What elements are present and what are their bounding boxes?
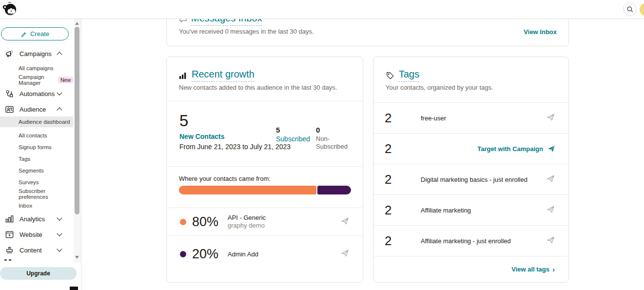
new-contacts-count: 5 (179, 112, 188, 130)
chevron-down-icon (57, 215, 62, 220)
tag-count: 2 (385, 111, 404, 126)
send-campaign-icon[interactable] (341, 249, 349, 259)
send-campaign-icon[interactable] (546, 113, 555, 123)
tag-row[interactable]: 2 Affiliate marketing - just enrolled (373, 225, 568, 256)
contact-sources-bar (179, 186, 351, 194)
recent-growth-title[interactable]: Recent growth (192, 69, 254, 82)
source-row: 80% API - Generic graphy demo (167, 208, 363, 235)
upgrade-button[interactable]: Upgrade (0, 267, 77, 280)
subscribed-stat: 5 Subscribed (276, 125, 310, 143)
sidebar-item-audience[interactable]: Audience (0, 103, 73, 115)
new-badge: New (58, 77, 73, 83)
tag-label[interactable]: free-user (421, 115, 446, 122)
sidebar-item-campaign-manager[interactable]: Campaign Manager New (0, 76, 73, 84)
sidebar-subitem-label: All campaigns (19, 65, 54, 71)
audience-icon (4, 104, 15, 114)
sidebar-item-all-contacts[interactable]: All contacts (0, 131, 73, 140)
sidebar-subitem-label: Surveys (19, 179, 39, 185)
sidebar-item-segments[interactable]: Segments (0, 166, 73, 175)
search-button[interactable] (623, 2, 637, 16)
stamp-icon (4, 245, 15, 255)
chevron-down-icon (57, 246, 62, 251)
sidebar-item-label: Campaigns (20, 50, 52, 58)
tag-row[interactable]: 2 free-user (373, 102, 568, 133)
source-label-group: Admin Add (228, 251, 258, 258)
automations-icon (4, 89, 15, 98)
cut-off-nav-icon (4, 259, 7, 261)
create-button-label: Create (30, 30, 49, 38)
tags-subtitle: Your contacts, organized by your tags. (386, 84, 493, 91)
tags-card: Tags Your contacts, organized by your ta… (373, 57, 569, 283)
audience-dashboard-page: Create Campaigns All campaigns Campaign … (0, 0, 644, 290)
browser-cursor-icon (4, 230, 15, 239)
chevron-up-icon (57, 52, 62, 57)
scroll-down-arrow[interactable] (75, 256, 79, 259)
chevron-down-icon (57, 90, 62, 95)
non-subscribed-count: 0 (316, 125, 348, 135)
tag-label[interactable]: Digital marketing basics - just enrolled (421, 176, 527, 183)
avatar[interactable] (640, 3, 644, 16)
tag-label[interactable]: Affiliate marketing (421, 207, 471, 214)
sidebar-item-signup-forms[interactable]: Signup forms (0, 143, 73, 152)
sidebar-item-website[interactable]: Website (0, 229, 73, 240)
send-campaign-icon[interactable] (546, 236, 555, 246)
target-with-campaign-button[interactable]: Target with Campaign (477, 144, 556, 153)
chevron-down-icon (57, 231, 62, 236)
sidebar-scrollbar[interactable] (74, 19, 81, 262)
tags-title[interactable]: Tags (399, 69, 419, 82)
source-label: Admin Add (228, 251, 258, 258)
non-subscribed-label: Non-Subscribed (316, 135, 348, 151)
send-campaign-icon[interactable] (546, 174, 555, 185)
tag-count: 2 (385, 141, 404, 156)
mailchimp-freddie-icon (1, 1, 18, 17)
send-campaign-icon[interactable] (341, 217, 349, 227)
tag-count: 2 (385, 233, 404, 249)
mailchimp-logo[interactable] (1, 1, 18, 17)
send-campaign-icon[interactable] (546, 205, 555, 215)
bar-chart-icon (4, 214, 15, 224)
megaphone-icon (4, 49, 15, 58)
sidebar: Create Campaigns All campaigns Campaign … (0, 19, 81, 290)
sidebar-item-tags[interactable]: Tags (0, 155, 73, 163)
source-label: API - Generic (228, 214, 266, 222)
sources-heading: Where your contacts came from: (179, 175, 271, 182)
scrollbar-thumb[interactable] (75, 27, 79, 214)
source-row: 20% Admin Add (167, 235, 363, 272)
tag-row[interactable]: 2 Target with Campaign (373, 133, 568, 164)
recent-growth-card: Recent growth New contacts added to this… (166, 57, 363, 283)
scroll-up-arrow[interactable] (75, 22, 79, 25)
subscribed-label: Subscribed (276, 135, 310, 143)
recent-growth-subtitle: New contacts added to this audience in t… (179, 84, 337, 91)
source-sublabel: graphy demo (228, 222, 266, 230)
source-bar-segment-api (179, 186, 316, 194)
sidebar-item-label: Website (20, 231, 42, 238)
chevron-up-icon (57, 107, 62, 113)
sidebar-item-surveys[interactable]: Surveys (0, 178, 73, 187)
sidebar-item-inbox[interactable]: Inbox (0, 201, 73, 210)
sidebar-item-all-campaigns[interactable]: All campaigns (0, 64, 73, 73)
sidebar-item-subscriber-preferences[interactable]: Subscriber preferences (0, 190, 73, 198)
sidebar-item-analytics[interactable]: Analytics (0, 213, 73, 225)
tag-row[interactable]: 2 Digital marketing basics - just enroll… (373, 164, 568, 194)
tag-label[interactable]: Affiliate marketing - just enrolled (421, 237, 511, 245)
sidebar-subitem-label: All contacts (19, 133, 47, 138)
create-button[interactable]: Create (1, 27, 69, 40)
tag-count: 2 (385, 172, 404, 187)
sidebar-subitem-label: Audience dashboard (19, 119, 70, 125)
sidebar-subitem-label: Inbox (19, 203, 32, 209)
source-bar-segment-admin (317, 186, 351, 194)
tag-icon (386, 71, 394, 80)
source-label-group: API - Generic graphy demo (228, 214, 266, 230)
sidebar-item-automations[interactable]: Automations (0, 88, 73, 99)
view-inbox-link[interactable]: View Inbox (524, 28, 557, 36)
new-contacts-link[interactable]: New Contacts (179, 133, 225, 140)
target-with-campaign-label: Target with Campaign (477, 145, 543, 153)
sidebar-item-content[interactable]: Content (0, 244, 73, 256)
source-percent: 80% (192, 214, 228, 230)
sidebar-item-campaigns[interactable]: Campaigns (0, 48, 73, 59)
source-color-dot (180, 219, 186, 225)
sidebar-subitem-label: Subscriber preferences (19, 188, 73, 200)
view-all-tags-link[interactable]: View all tags (511, 266, 549, 273)
tag-row[interactable]: 2 Affiliate marketing (373, 194, 568, 225)
sidebar-item-audience-dashboard[interactable]: Audience dashboard (0, 116, 73, 127)
